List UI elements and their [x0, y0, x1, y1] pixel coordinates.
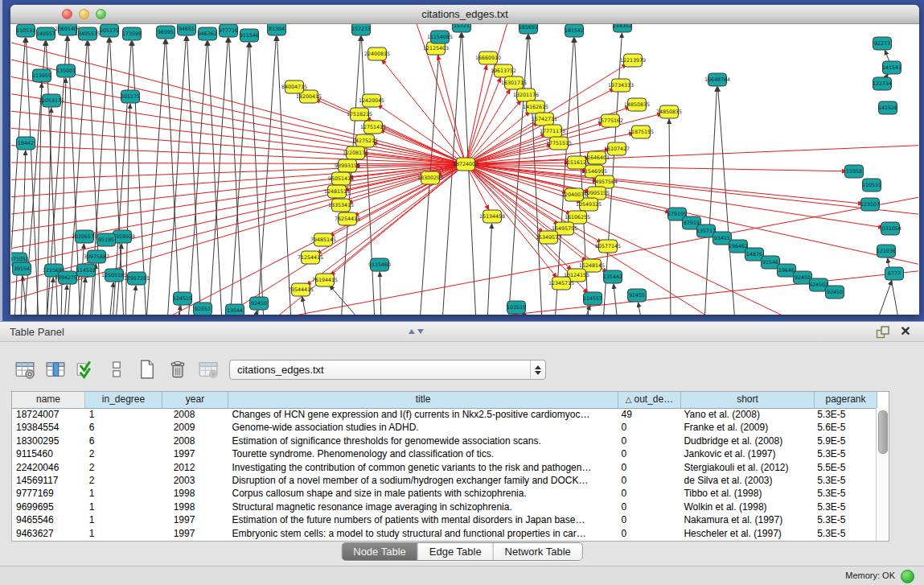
cell-in_degree[interactable]: 2 — [85, 474, 162, 487]
graph-node[interactable]: 15742711 — [532, 113, 557, 126]
cell-title[interactable]: Genome-wide association studies in ADHD. — [228, 421, 618, 434]
graph-node[interactable]: 14162615 — [523, 101, 548, 113]
table-row[interactable]: 946362711997Embryonic stem cells: a mode… — [12, 527, 876, 540]
cell-out_degree[interactable]: 0 — [618, 487, 680, 500]
graph-node[interactable]: 977716 — [219, 24, 238, 37]
cell-out_degree[interactable]: 0 — [618, 513, 680, 526]
graph-node[interactable]: 96995 — [157, 26, 175, 39]
cell-out_degree[interactable]: 0 — [618, 421, 680, 434]
cell-pagerank[interactable]: 5.6E-5 — [813, 421, 876, 434]
cell-pagerank[interactable]: 5.3E-5 — [813, 408, 876, 421]
cell-in_degree[interactable]: 6 — [85, 421, 162, 434]
graph-node[interactable]: 94655 — [178, 24, 196, 35]
graph-node[interactable]: 141541 — [882, 61, 901, 74]
graph-node[interactable]: 84004715 — [281, 80, 307, 93]
cell-name[interactable]: 22420046 — [12, 461, 85, 474]
table-row[interactable]: 1456911722003Disruption of a novel membe… — [12, 474, 876, 487]
graph-node[interactable]: 6777 — [885, 267, 904, 280]
cell-pagerank[interactable]: 5.9E-5 — [813, 435, 876, 447]
cell-pagerank[interactable]: 5.5E-5 — [813, 461, 876, 474]
graph-node[interactable]: 80577145 — [595, 240, 621, 253]
cell-short[interactable]: Nakamura et al. (1997) — [680, 513, 813, 526]
graph-node[interactable]: 15958 — [845, 165, 864, 178]
graph-node[interactable]: 16660910 — [475, 51, 501, 64]
cell-title[interactable]: Estimation of the future numbers of pati… — [228, 513, 618, 526]
cell-pagerank[interactable]: 5.3E-5 — [813, 447, 876, 460]
cell-year[interactable]: 1997 — [162, 513, 228, 526]
vertical-scrollbar[interactable] — [876, 408, 889, 541]
column-header-out_degree[interactable]: △out_de… — [618, 392, 681, 408]
cell-out_degree[interactable]: 0 — [618, 435, 680, 447]
graph-node[interactable]: 12751415 — [360, 121, 386, 134]
graph-node[interactable]: 110531 — [862, 179, 881, 192]
cell-short[interactable]: Dudbridge et al. (2008) — [680, 435, 813, 447]
cell-title[interactable]: Investigating the contribution of common… — [228, 461, 618, 474]
cell-in_degree[interactable]: 1 — [85, 513, 162, 526]
graph-node[interactable]: 22040075 — [561, 188, 587, 201]
table-row[interactable]: 969969511998Structural magnetic resonanc… — [12, 501, 876, 513]
graph-node[interactable]: 135001 — [56, 64, 76, 77]
graph-node[interactable]: 13544 — [226, 304, 244, 315]
cell-name[interactable]: 9465546 — [12, 513, 85, 526]
unselect-all-columns-icon[interactable] — [105, 357, 129, 381]
cell-pagerank[interactable]: 5.3E-5 — [813, 513, 876, 526]
cell-name[interactable]: 9463627 — [12, 527, 85, 540]
cell-title[interactable]: Tourette syndrome. Phenomenology and cla… — [228, 447, 618, 460]
tab-edge-table[interactable]: Edge Table — [418, 543, 494, 560]
graph-node[interactable]: 114519 — [76, 264, 96, 277]
graph-node[interactable]: 79485145 — [310, 233, 336, 246]
graph-node[interactable]: 19613752 — [491, 64, 516, 77]
table-source-select[interactable]: citations_edges.txt — [229, 360, 546, 380]
cell-year[interactable]: 2012 — [162, 461, 228, 474]
graph-node[interactable]: 14275215 — [352, 134, 378, 147]
cell-in_degree[interactable]: 2 — [85, 447, 162, 460]
graph-node[interactable]: 17518215 — [347, 108, 372, 121]
graph-node[interactable]: 135442 — [603, 270, 622, 283]
graph-node[interactable]: 157233 — [351, 24, 371, 35]
graph-node[interactable]: 16301715 — [501, 76, 527, 89]
graph-node[interactable]: 110531 — [16, 24, 35, 37]
splitter-grip[interactable] — [409, 324, 426, 339]
graph-node[interactable]: 15775162 — [598, 114, 623, 127]
graph-node[interactable]: 92450 — [250, 297, 269, 310]
float-panel-icon[interactable] — [876, 325, 890, 340]
graph-node[interactable]: 22400815 — [364, 47, 390, 60]
graph-node[interactable]: 946362 — [198, 27, 217, 40]
graph-node[interactable]: 30975887 — [84, 250, 109, 263]
tab-network-table[interactable]: Network Table — [494, 543, 582, 560]
graph-node[interactable]: 12208175 — [343, 146, 368, 159]
select-all-columns-icon[interactable] — [74, 357, 98, 381]
graph-node[interactable]: 140557 — [36, 27, 55, 40]
table-row[interactable]: 1830029562008Estimation of significance … — [12, 435, 876, 447]
cell-year[interactable]: 1998 — [162, 501, 228, 513]
cell-in_degree[interactable]: 1 — [85, 501, 162, 513]
new-column-icon[interactable] — [135, 357, 159, 381]
graph-node[interactable]: 113955 — [32, 69, 51, 82]
tab-node-table[interactable]: Node Table — [342, 543, 418, 560]
graph-node[interactable]: 114557 — [583, 292, 602, 305]
cell-name[interactable]: 18300295 — [12, 435, 85, 447]
cell-short[interactable]: Jankovic et al. (1997) — [680, 447, 813, 460]
network-canvas[interactable]: 1872400712125403166609101961375216301715… — [11, 24, 918, 315]
graph-node[interactable]: 122734 — [873, 77, 892, 90]
close-panel-icon[interactable]: ✕ — [898, 323, 913, 340]
cell-year[interactable]: 1998 — [162, 487, 228, 500]
graph-node[interactable]: 124515 — [173, 292, 192, 305]
column-header-year[interactable]: year — [162, 392, 228, 408]
cell-short[interactable]: Hescheler et al. (1997) — [680, 527, 813, 540]
graph-node[interactable]: 11053175 — [39, 94, 64, 107]
graph-node[interactable]: 71254415 — [298, 251, 323, 264]
graph-node[interactable]: 15349577 — [536, 231, 561, 244]
graph-node[interactable]: 14850835 — [624, 98, 650, 111]
cell-pagerank[interactable]: 5.3E-5 — [813, 527, 876, 540]
graph-node[interactable]: 141526 — [878, 101, 897, 114]
graph-node[interactable]: 12345715 — [548, 277, 574, 290]
graph-node[interactable]: 19734333 — [608, 79, 634, 92]
column-header-short[interactable]: short — [681, 392, 815, 408]
cell-short[interactable]: de Silva et al. (2003) — [680, 474, 813, 487]
graph-node[interactable]: 95195 — [97, 233, 116, 246]
column-header-title[interactable]: title — [228, 392, 618, 408]
cell-name[interactable]: 9777169 — [12, 487, 85, 500]
graph-node[interactable]: 76254415 — [335, 212, 360, 225]
graph-node[interactable]: 92455 — [628, 289, 647, 302]
